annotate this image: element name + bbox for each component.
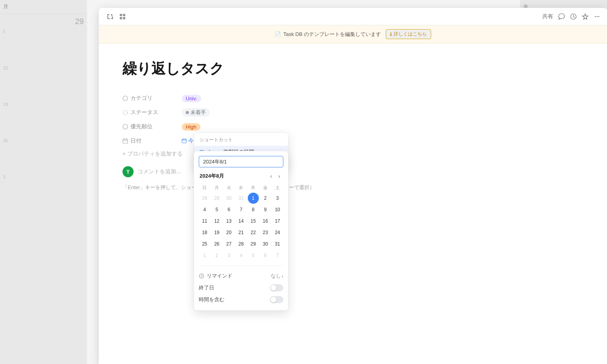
shortcut-title: ショートカット (194, 133, 288, 146)
cal-day-7-sep[interactable]: 7 (272, 250, 283, 261)
status-tag[interactable]: 未着手 (182, 108, 210, 117)
banner-message: Task DB のテンプレートを編集しています (283, 31, 381, 38)
cal-day-23[interactable]: 23 (260, 227, 271, 238)
day-header-mon: 月 (211, 183, 223, 192)
priority-tag[interactable]: High (182, 123, 200, 131)
cal-day-11[interactable]: 11 (199, 216, 210, 227)
property-status: ステータス 未着手 (123, 105, 583, 120)
cal-day-9[interactable]: 9 (260, 204, 271, 215)
cal-day-2-aug[interactable]: 2 (260, 193, 271, 204)
cal-day-15[interactable]: 15 (248, 216, 259, 227)
cal-day-20[interactable]: 20 (223, 227, 234, 238)
comment-input[interactable]: コメントを追加... (138, 168, 181, 175)
cal-day-12[interactable]: 12 (211, 216, 222, 227)
cal-day-6[interactable]: 6 (223, 204, 234, 215)
date-input[interactable] (199, 156, 283, 167)
cal-day-29-jul[interactable]: 29 (211, 193, 222, 204)
svg-rect-11 (123, 139, 128, 143)
include-time-row: 時間を含む (199, 294, 283, 306)
cal-day-10[interactable]: 10 (272, 204, 283, 215)
cal-day-3-sep[interactable]: 3 (223, 250, 234, 261)
svg-rect-0 (120, 14, 122, 16)
calendar-popup: 2024年8月 ‹ › 日 月 火 水 木 金 土 28 29 30 31 1 … (194, 151, 288, 311)
cal-day-22[interactable]: 22 (248, 227, 259, 238)
category-label: カテゴリ (123, 95, 182, 102)
cal-day-28-aug[interactable]: 28 (236, 238, 247, 250)
date-shortcut[interactable]: 今 (188, 137, 194, 144)
cal-next-button[interactable]: › (276, 172, 283, 180)
cal-day-19[interactable]: 19 (211, 227, 222, 238)
reminder-row: リマインド なし › (199, 270, 283, 282)
calendar-footer: リマインド なし › 終了日 時間を含む (199, 266, 283, 306)
cal-day-31-jul[interactable]: 31 (236, 193, 247, 204)
category-tag[interactable]: Univ. (182, 95, 201, 102)
cal-day-5-sep[interactable]: 5 (248, 250, 259, 261)
cal-day-21[interactable]: 21 (236, 227, 247, 238)
cal-day-1-aug[interactable]: 1 (248, 193, 259, 204)
expand-icon[interactable] (105, 12, 115, 21)
include-time-label: 時間を含む (199, 296, 224, 303)
svg-point-5 (595, 16, 596, 17)
category-value[interactable]: Univ. (182, 95, 583, 102)
cal-day-30-jul[interactable]: 30 (223, 193, 234, 204)
cal-day-26[interactable]: 26 (211, 238, 222, 250)
svg-point-9 (123, 111, 128, 115)
star-icon[interactable] (582, 13, 589, 20)
comment-icon[interactable] (558, 13, 565, 20)
svg-point-8 (123, 96, 128, 101)
day-header-wed: 水 (235, 183, 247, 192)
cal-day-25[interactable]: 25 (199, 238, 210, 250)
cal-weekday-left: 月 (3, 4, 8, 9)
cal-day-28-jul[interactable]: 28 (199, 193, 210, 204)
add-property-button[interactable]: + プロパティを追加する (123, 148, 583, 160)
cal-day-7[interactable]: 7 (236, 204, 247, 215)
gallery-icon[interactable] (118, 12, 127, 21)
toolbar-right: 共有 (542, 13, 601, 20)
page-content: 繰り返しタスク カテゴリ Univ. ステータス 未着手 (99, 43, 607, 364)
banner-text: 📄 Task DB のテンプレートを編集しています (275, 31, 381, 38)
remind-chevron: › (282, 273, 283, 279)
cal-day-18[interactable]: 18 (199, 227, 210, 238)
end-date-toggle[interactable] (270, 284, 283, 291)
day-header-tue: 火 (223, 183, 235, 192)
more-icon[interactable] (594, 13, 601, 20)
cal-day-30[interactable]: 30 (260, 238, 271, 250)
priority-value[interactable]: High (182, 123, 583, 131)
cal-day-29-aug[interactable]: 29 (248, 238, 259, 250)
cal-day-8[interactable]: 8 (248, 204, 259, 215)
toolbar: 共有 (99, 8, 607, 25)
cal-day-2-sep[interactable]: 2 (211, 250, 222, 261)
cal-day-13[interactable]: 13 (223, 216, 234, 227)
cal-day-6-sep[interactable]: 6 (260, 250, 271, 261)
cal-day-5[interactable]: 5 (211, 204, 222, 215)
cal-day-24[interactable]: 24 (272, 227, 283, 238)
cal-day-4-sep[interactable]: 4 (236, 250, 247, 261)
cal-prev-button[interactable]: ‹ (268, 172, 275, 180)
calendar-header: 2024年8月 ‹ › (199, 172, 283, 180)
svg-point-10 (123, 124, 128, 129)
svg-rect-3 (123, 17, 125, 19)
cal-day-31[interactable]: 31 (272, 238, 283, 250)
day-header-sat: 土 (271, 183, 283, 192)
history-icon[interactable] (570, 13, 577, 20)
cal-day-4[interactable]: 4 (199, 204, 210, 215)
reminder-value[interactable]: なし › (271, 272, 283, 280)
cal-day-17[interactable]: 17 (272, 216, 283, 227)
status-dot (186, 111, 189, 114)
learn-more-button[interactable]: ℹ 詳しくはこちら (386, 29, 431, 39)
cal-date-left: 29 (75, 17, 84, 26)
include-time-toggle[interactable] (270, 296, 283, 303)
date-label: 日付 (123, 137, 182, 144)
cal-day-3-aug[interactable]: 3 (272, 193, 283, 204)
status-value[interactable]: 未着手 (182, 108, 583, 117)
cal-month-label: 2024年8月 (200, 173, 224, 180)
toolbar-left (105, 12, 127, 21)
cal-day-27[interactable]: 27 (223, 238, 234, 250)
cal-day-16[interactable]: 16 (260, 216, 271, 227)
end-date-label: 終了日 (199, 284, 214, 291)
cal-day-1-sep[interactable]: 1 (199, 250, 210, 261)
cal-day-14[interactable]: 14 (236, 216, 247, 227)
day-header-fri: 金 (260, 183, 271, 192)
share-button[interactable]: 共有 (542, 13, 553, 20)
page-title: 繰り返しタスク (123, 59, 583, 79)
